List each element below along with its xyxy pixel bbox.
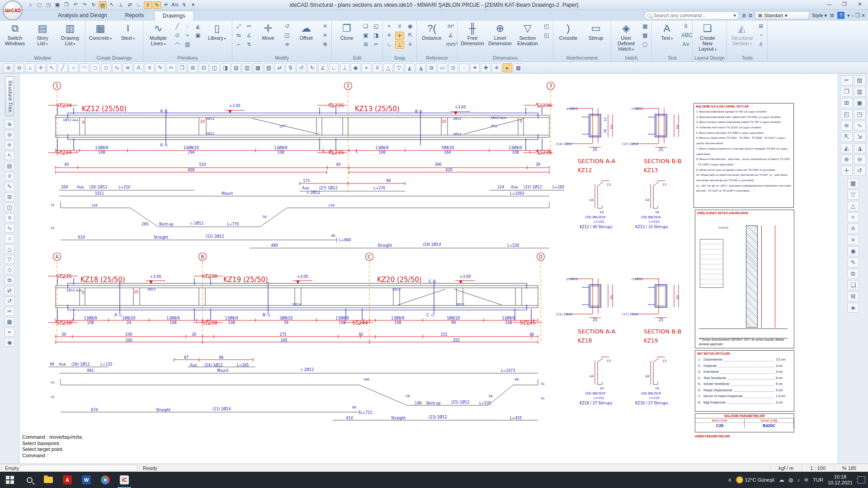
hatch-icon[interactable]: ▦ [5,317,14,326]
tab-drawings[interactable]: Drawings [154,11,194,21]
volume-icon[interactable]: ♪ [797,477,800,483]
table-icon[interactable]: ⊞ [841,98,853,108]
slab-icon[interactable]: ≡ [5,213,14,222]
chamfer-icon[interactable]: ∠ [245,32,254,40]
layer-manager-icon[interactable]: ▤ [99,1,107,9]
target-tool-icon[interactable]: ⌖ [362,63,371,72]
circle-icon[interactable]: ○ [5,234,14,243]
extend-icon[interactable]: ⇆ [234,32,243,40]
structure-tree-tab[interactable]: Structure Tree [5,76,14,116]
columns-icon[interactable]: ▥ [854,87,866,97]
text-style-icon[interactable]: A≡ [681,41,690,49]
rotate-icon[interactable]: ↺ [854,166,866,176]
cloud-tool-icon[interactable]: ◌ [459,63,469,72]
stretch-icon[interactable]: ⤢ [234,23,243,31]
column-text-icon[interactable]: II [681,23,690,31]
acrobat-app[interactable]: A [58,472,77,488]
crosstie-button[interactable]: )Crosstie [555,22,581,41]
fill-tool-icon[interactable]: ▧ [264,63,274,72]
list-icon[interactable]: ≡ [847,235,859,245]
zoom-in-icon[interactable]: ⊕ [5,120,14,129]
undo-icon[interactable]: ↶ [71,1,80,9]
center-snap-icon[interactable]: ◉ [406,23,415,31]
detail-icon[interactable]: △ [847,201,859,211]
snapto-icon[interactable]: ⇱ [841,132,853,142]
rotate-cw-tool-icon[interactable]: ↻ [307,63,317,72]
ortho-icon[interactable]: ∟ [135,1,143,9]
notification-center-button[interactable] [857,476,865,483]
document-window-controls[interactable]: ▾ ‒ ❒ ✕ [847,13,865,19]
trim-tool-icon[interactable]: ✂ [166,63,176,72]
hatch-tool-icon[interactable]: ◨ [221,63,230,72]
open-file-icon[interactable]: ◳ [44,1,52,9]
network-icon[interactable]: ≋ [804,477,808,483]
node-icon[interactable]: ◇ [5,265,14,274]
search-dropdown-icon[interactable]: ▾ [733,13,736,19]
center-icon[interactable]: ◉ [5,338,14,347]
frame-icon[interactable]: ◳ [854,109,866,119]
array-icon[interactable]: ⊞ [361,41,370,49]
story-icon[interactable]: ▤ [5,161,14,170]
stirrup-tool-icon[interactable]: ▭ [438,63,447,72]
explode-icon[interactable]: ↯ [245,41,254,49]
column-icon[interactable]: ⊞ [5,192,14,202]
restore-button[interactable]: ❒ [838,1,851,8]
spellcheck-icon[interactable]: ABC [681,32,690,40]
snap-grid-tool-icon[interactable]: # [373,63,382,72]
weather-widget[interactable]: 12°C Güneşli [736,477,774,483]
text-tool-icon[interactable]: A [134,63,143,72]
delete-icon[interactable]: ✕ [321,32,330,40]
foundation-icon[interactable]: ▽ [5,255,14,264]
swap-tool-icon[interactable]: ⇄ [275,63,284,72]
intersection-snap-icon[interactable]: ∟ [385,41,394,49]
window-tool-icon[interactable]: ⧉ [427,63,436,72]
command-search-box[interactable]: ▾ [644,11,739,19]
pan-icon[interactable]: ✛ [36,63,46,72]
arc-tool-icon[interactable]: ◠ [80,63,89,72]
flip-tool-icon[interactable]: ⇅ [286,63,295,72]
section-icon[interactable]: ◭ [841,143,853,153]
annotation-scale-icon[interactable]: A/s [171,1,179,9]
cut-icon[interactable]: ✂ [5,307,14,316]
polyline-icon[interactable]: ∿ [5,224,14,233]
word-app[interactable]: W [77,472,96,488]
command-line-panel[interactable]: Command : move/taşı/m/taSelect basepoint… [22,434,82,459]
antivirus-icon[interactable]: ◍ [788,477,793,483]
zoom-extents-icon[interactable]: ⌂ [25,63,35,72]
node-snap-icon[interactable]: ✛ [162,1,170,9]
schedule-icon[interactable]: ⊞ [847,291,859,301]
target-icon[interactable]: ◉ [847,246,859,256]
clock[interactable]: 10:18 10.12.2021 [828,474,853,486]
app-logo[interactable]: ideCAD [3,0,23,20]
locate-icon[interactable]: ⌖ [5,328,14,337]
style-manager-icon[interactable]: 🗱 [830,13,835,18]
text-button[interactable]: AText▾ [654,22,680,42]
concrete-button[interactable]: ▦Concrete▾ [87,22,113,42]
spline-icon[interactable]: ≈ [183,32,192,40]
copy-icon[interactable]: ❏ [361,23,370,31]
line-tool-icon[interactable]: ╱ [58,63,67,72]
perp-tool-icon[interactable]: ⊥ [340,63,349,72]
refresh-icon[interactable]: ↻ [90,1,98,9]
mirror-tool-icon[interactable]: ◫ [210,63,219,72]
erase-icon[interactable]: ✂ [372,41,381,49]
file-explorer-app[interactable] [39,472,58,488]
hatch-icon[interactable]: ◈ [847,303,859,313]
units-icon[interactable]: mm² [446,41,455,49]
angle-icon[interactable]: ∡ [446,32,455,40]
minimize-button[interactable]: — [823,1,835,8]
quick-command-icon[interactable]: ↯ [180,1,188,9]
section-elevation-button[interactable]: ▽SectionElevation [514,22,541,46]
library-button[interactable]: ▯Library▾ [204,22,230,42]
idecad-app[interactable]: iC [115,472,134,488]
steel-button[interactable]: ISteel▾ [115,22,141,42]
redo-icon[interactable]: ↷ [80,1,89,9]
view-icon[interactable]: ◮ [854,143,866,153]
copy-tool-icon[interactable]: ❐ [177,63,187,72]
node-snap-icon[interactable]: ✛ [395,32,404,40]
break-icon[interactable]: ✳ [321,23,330,31]
circle-icon[interactable]: ⊙ [173,32,182,40]
remove-icon[interactable]: ⊖ [854,155,866,164]
draw-icon[interactable]: ✎ [5,182,14,191]
clone-button[interactable]: ❐Clone [334,22,360,41]
